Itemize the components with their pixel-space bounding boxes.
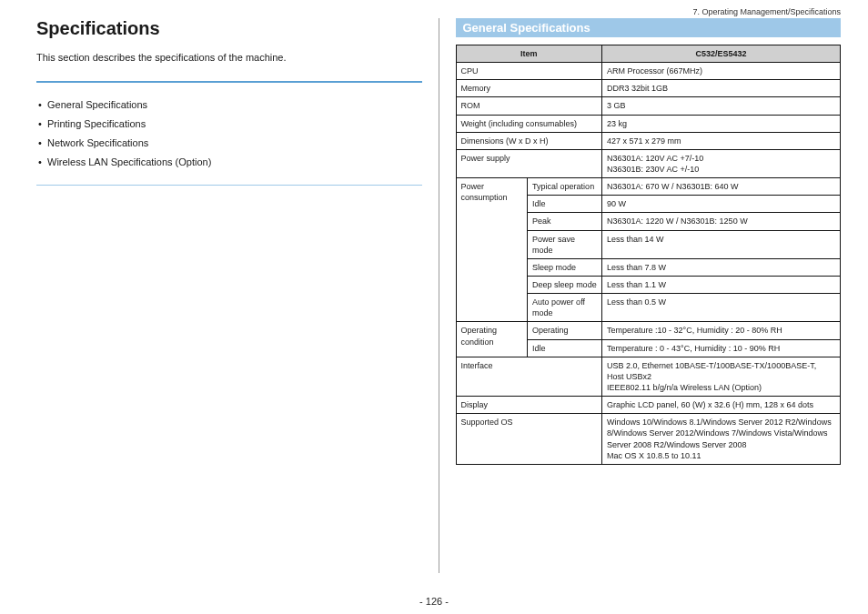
cell-item: Supported OS <box>456 414 602 465</box>
cell-item: Power consumption <box>456 178 528 322</box>
cell-sub: Typical operation <box>528 178 602 196</box>
cell-value: 23 kg <box>602 115 841 132</box>
cell-item: Dimensions (W x D x H) <box>456 132 602 149</box>
cell-value: Graphic LCD panel, 60 (W) x 32.6 (H) mm,… <box>602 397 841 414</box>
cell-value: Less than 14 W <box>602 230 841 258</box>
cell-value: Less than 7.8 W <box>602 258 841 276</box>
toc-item[interactable]: Printing Specifications <box>36 115 422 134</box>
cell-value: Temperature : 0 - 43°C, Humidity : 10 - … <box>602 339 841 357</box>
cell-value: Less than 1.1 W <box>602 276 841 293</box>
cell-item: Weight (including consumables) <box>456 115 602 132</box>
cell-sub: Idle <box>528 196 602 213</box>
cell-value: N36301A: 670 W / N36301B: 640 W <box>602 178 841 196</box>
cell-value: Temperature :10 - 32°C, Humidity : 20 - … <box>602 322 841 339</box>
divider-bottom <box>36 185 422 186</box>
toc-item[interactable]: General Specifications <box>36 96 422 115</box>
th-item: Item <box>456 45 602 63</box>
cell-item: Interface <box>456 357 602 396</box>
cell-sub: Auto power off mode <box>528 294 602 322</box>
cell-value: N36301A: 120V AC +7/-10N36301B: 230V AC … <box>602 149 841 177</box>
table-row: DisplayGraphic LCD panel, 60 (W) x 32.6 … <box>456 397 841 414</box>
table-row: MemoryDDR3 32bit 1GB <box>456 80 841 97</box>
cell-value: USB 2.0, Ethernet 10BASE-T/100BASE-TX/10… <box>602 357 841 396</box>
cell-item: Memory <box>456 80 602 97</box>
cell-value: DDR3 32bit 1GB <box>602 80 841 97</box>
cell-sub: Idle <box>528 339 602 357</box>
toc-list: General SpecificationsPrinting Specifica… <box>36 96 422 172</box>
left-column: Specifications This section describes th… <box>36 18 439 573</box>
cell-sub: Sleep mode <box>528 258 602 276</box>
table-row: Supported OSWindows 10/Windows 8.1/Windo… <box>456 414 841 465</box>
right-column: General Specifications Item C532/ES5432 … <box>439 18 842 573</box>
cell-sub: Power save mode <box>528 230 602 258</box>
cell-value: 427 x 571 x 279 mm <box>602 132 841 149</box>
cell-item: ROM <box>456 97 602 115</box>
table-row: Power consumptionTypical operationN36301… <box>456 178 841 196</box>
cell-value: 90 W <box>602 196 841 213</box>
cell-item: Display <box>456 397 602 414</box>
table-row: InterfaceUSB 2.0, Ethernet 10BASE-T/100B… <box>456 357 841 396</box>
cell-sub: Peak <box>528 213 602 230</box>
page-title: Specifications <box>36 18 422 39</box>
th-model: C532/ES5432 <box>602 45 841 63</box>
breadcrumb: 7. Operating Management/Specifications <box>692 7 841 16</box>
table-row: ROM3 GB <box>456 97 841 115</box>
cell-value: ARM Processor (667MHz) <box>602 63 841 80</box>
page-number: - 126 - <box>0 596 868 607</box>
cell-value: 3 GB <box>602 97 841 115</box>
cell-item: Operating condition <box>456 322 528 357</box>
table-row: CPUARM Processor (667MHz) <box>456 63 841 80</box>
section-heading: General Specifications <box>456 18 842 37</box>
cell-value: Less than 0.5 W <box>602 294 841 322</box>
table-row: Weight (including consumables)23 kg <box>456 115 841 132</box>
spec-table: Item C532/ES5432 CPUARM Processor (667MH… <box>456 45 842 465</box>
toc-item[interactable]: Wireless LAN Specifications (Option) <box>36 153 422 172</box>
cell-value: Windows 10/Windows 8.1/Windows Server 20… <box>602 414 841 465</box>
cell-item: Power supply <box>456 149 602 177</box>
toc-item[interactable]: Network Specifications <box>36 134 422 153</box>
intro-text: This section describes the specification… <box>36 52 422 63</box>
cell-sub: Deep sleep mode <box>528 276 602 293</box>
table-row: Power supplyN36301A: 120V AC +7/-10N3630… <box>456 149 841 177</box>
cell-sub: Operating <box>528 322 602 339</box>
divider-top <box>36 81 422 83</box>
table-row: Operating conditionOperatingTemperature … <box>456 322 841 339</box>
cell-value: N36301A: 1220 W / N36301B: 1250 W <box>602 213 841 230</box>
table-row: Dimensions (W x D x H)427 x 571 x 279 mm <box>456 132 841 149</box>
cell-item: CPU <box>456 63 602 80</box>
